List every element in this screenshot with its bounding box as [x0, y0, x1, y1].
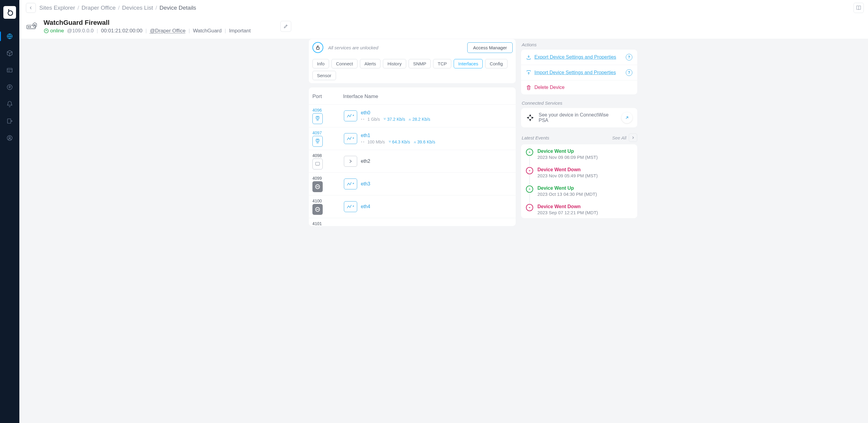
interface-row[interactable]: 4098eth2 [309, 150, 516, 173]
event-row: Device Went Up2023 Nov 09 06:09 PM (MST) [521, 144, 637, 163]
services-lock-text: All services are unlocked [328, 45, 462, 50]
unlock-icon [312, 42, 323, 53]
edit-button[interactable] [280, 21, 291, 32]
interface-row: 4101 [309, 218, 516, 226]
import-link[interactable]: Import Device Settings and Properties [534, 70, 623, 75]
breadcrumb-link[interactable]: Sites Explorer [39, 4, 75, 11]
access-manager-button[interactable]: Access Manager [467, 42, 513, 53]
breadcrumb: Sites Explorer / Draper Office / Devices… [39, 4, 196, 11]
export-link[interactable]: Export Device Settings and Properties [534, 55, 623, 60]
delete-action[interactable]: Delete Device [521, 81, 637, 94]
port-disabled-icon [312, 204, 323, 215]
tab-tcp[interactable]: TCP [433, 59, 451, 68]
svg-point-6 [9, 137, 10, 138]
side-panel: Actions Export Device Settings and Prope… [521, 39, 637, 417]
svg-point-0 [8, 11, 13, 16]
interfaces-header: Port Interface Name [309, 87, 516, 104]
nav-compass-icon[interactable] [0, 79, 19, 96]
event-up-icon [526, 149, 533, 156]
firewall-icon [26, 20, 38, 33]
nav-package-icon[interactable] [0, 45, 19, 62]
device-ip: @109.0.0.0 [67, 28, 93, 34]
device-header: WatchGuard Firewall online @109.0.0.0 | … [19, 16, 868, 39]
interface-chart-button[interactable] [344, 201, 357, 212]
event-time: 2023 Nov 09 06:09 PM (MST) [537, 155, 598, 160]
open-external-button[interactable] [621, 112, 632, 123]
device-mac: 00:01:21:02:00:00 [101, 28, 143, 34]
device-site-link[interactable]: Draper Office [150, 28, 185, 34]
svg-point-9 [30, 27, 31, 28]
interface-expand-button[interactable] [344, 156, 357, 167]
port-number: 4098 [312, 153, 322, 158]
interface-row[interactable]: 4097eth1100 Mb/s 64.3 Kb/s 39.6 Kb/s [309, 127, 516, 150]
interface-chart-button[interactable] [344, 133, 357, 144]
connected-service-card: See your device in ConnectWise PSA [521, 108, 637, 127]
port-number: 4096 [312, 108, 322, 113]
connected-label: Connected Services [522, 100, 637, 105]
breadcrumb-link[interactable]: Draper Office [82, 4, 116, 11]
tab-sensor[interactable]: Sensor [312, 71, 336, 80]
actions-card: Export Device Settings and Properties ? … [521, 50, 637, 94]
tab-interfaces[interactable]: Interfaces [454, 59, 483, 68]
interface-chart-button[interactable] [344, 179, 357, 189]
nav-export-icon[interactable] [0, 113, 19, 129]
tab-info[interactable]: Info [312, 59, 329, 68]
back-button[interactable] [26, 3, 36, 13]
svg-point-8 [28, 27, 29, 28]
event-time: 2023 Sep 07 12:21 PM (MDT) [537, 210, 598, 215]
interface-row[interactable]: 4099eth3 [309, 173, 516, 195]
info-icon[interactable]: ? [626, 54, 632, 61]
interface-chart-button[interactable] [344, 111, 357, 121]
event-title: Device Went Up [537, 149, 598, 154]
interface-row[interactable]: 4096eth01 Gb/s 37.2 Kb/s 28.2 Kb/s [309, 104, 516, 127]
svg-rect-15 [315, 162, 319, 165]
tab-snmp[interactable]: SNMP [409, 59, 431, 68]
top-bar: Sites Explorer / Draper Office / Devices… [19, 0, 868, 16]
actions-label: Actions [522, 42, 637, 47]
nav-card-icon[interactable] [0, 62, 19, 79]
events-header: Latest Events See All [522, 133, 637, 142]
events-next-button[interactable] [629, 133, 637, 142]
event-time: 2023 Oct 13 04:30 PM (MDT) [537, 191, 597, 197]
breadcrumb-link[interactable]: Devices List [122, 4, 153, 11]
events-card: Device Went Up2023 Nov 09 06:09 PM (MST)… [521, 144, 637, 218]
interface-row[interactable]: 4100eth4 [309, 195, 516, 218]
nav-user-icon[interactable] [0, 129, 19, 146]
interface-name: eth4 [361, 204, 370, 209]
connected-text: See your device in ConnectWise PSA [539, 112, 617, 123]
connectwise-icon [526, 114, 534, 122]
interface-stats: 100 Mb/s 64.3 Kb/s 39.6 Kb/s [361, 140, 435, 144]
see-all-link[interactable]: See All [612, 135, 626, 141]
tab-connect[interactable]: Connect [332, 59, 358, 68]
tab-config[interactable]: Config [485, 59, 507, 68]
services-tabs-card: All services are unlocked Access Manager… [309, 39, 516, 83]
svg-point-10 [34, 25, 35, 25]
info-icon[interactable]: ? [626, 69, 632, 76]
interface-name: eth2 [361, 158, 370, 164]
event-down-icon [526, 167, 533, 174]
import-action[interactable]: Import Device Settings and Properties ? [521, 65, 637, 81]
device-meta: online @109.0.0.0 | 00:01:21:02:00:00 | … [43, 28, 251, 34]
event-title: Device Went Down [537, 204, 598, 209]
port-disabled-icon [312, 181, 323, 192]
event-down-icon [526, 204, 533, 211]
tabs-row: InfoConnectAlertsHistorySNMPTCPInterface… [309, 56, 516, 83]
nav-globe-icon[interactable] [0, 28, 19, 45]
main-column: Sites Explorer / Draper Office / Devices… [19, 0, 868, 423]
export-action[interactable]: Export Device Settings and Properties ? [521, 50, 637, 65]
event-time: 2023 Nov 09 05:49 PM (MST) [537, 173, 598, 178]
svg-rect-2 [7, 68, 12, 72]
event-up-icon [526, 185, 533, 193]
event-title: Device Went Up [537, 185, 597, 191]
interface-name: eth0 [361, 110, 430, 116]
port-active-icon [312, 113, 323, 124]
delete-link[interactable]: Delete Device [534, 85, 565, 90]
events-label: Latest Events [522, 135, 549, 141]
status-badge: online [43, 28, 64, 34]
nav-bell-icon[interactable] [0, 96, 19, 113]
tab-history[interactable]: History [383, 59, 406, 68]
tab-alerts[interactable]: Alerts [360, 59, 380, 68]
port-number: 4097 [312, 130, 322, 135]
col-name: Interface Name [343, 93, 378, 99]
docs-button[interactable] [854, 3, 864, 13]
